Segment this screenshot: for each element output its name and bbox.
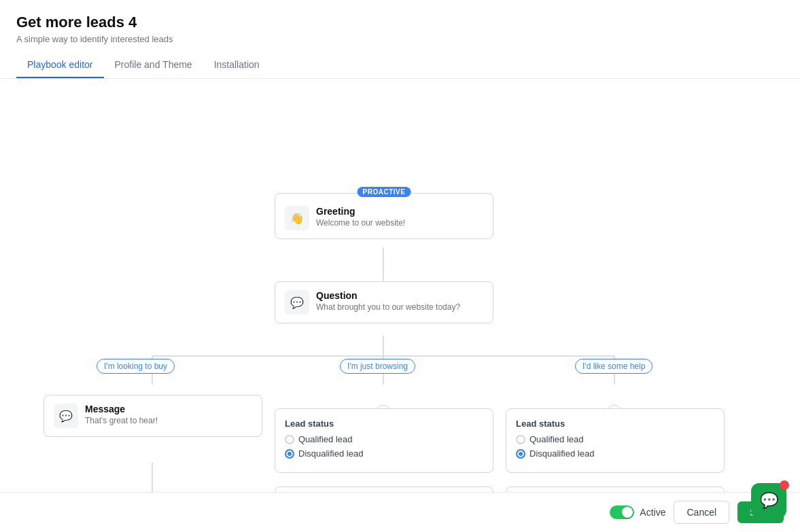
active-toggle: Active — [610, 506, 665, 519]
page-title: Get more leads 4 — [16, 14, 784, 31]
active-toggle-switch[interactable] — [610, 506, 634, 519]
right-qualified-label: Qualified lead — [529, 434, 584, 444]
proactive-badge: PROACTIVE — [358, 187, 411, 197]
greeting-subtitle: Welcome to our website! — [316, 218, 405, 228]
tab-installation[interactable]: Installation — [203, 52, 271, 78]
center-qualified-label: Qualified lead — [298, 434, 353, 444]
right-disqualified-option[interactable]: Disqualified lead — [516, 448, 714, 459]
center-lead-status: Lead status Qualified lead Disqualified … — [275, 408, 493, 473]
flow-container: PROACTIVE 👋 Greeting Welcome to our webs… — [14, 92, 786, 492]
page-header: Get more leads 4 A simple way to identif… — [0, 0, 800, 79]
branch-browse[interactable]: I'm just browsing — [340, 359, 415, 374]
greeting-icon: 👋 — [285, 206, 309, 230]
center-disqualified-label: Disqualified lead — [298, 448, 363, 459]
tab-profile-theme[interactable]: Profile and Theme — [104, 52, 203, 78]
center-lead-status-title: Lead status — [285, 419, 483, 429]
branch-buy[interactable]: I'm looking to buy — [97, 359, 175, 374]
center-qualified-option[interactable]: Qualified lead — [285, 434, 483, 444]
flow-canvas: PROACTIVE 👋 Greeting Welcome to our webs… — [0, 79, 800, 492]
chat-badge — [780, 480, 789, 490]
center-qualified-radio[interactable] — [285, 435, 294, 444]
right-disqualified-radio[interactable] — [516, 449, 525, 459]
footer: Active Cancel Save — [0, 492, 800, 532]
right-qualified-option[interactable]: Qualified lead — [516, 434, 714, 444]
cancel-button[interactable]: Cancel — [674, 501, 729, 524]
tab-playbook-editor[interactable]: Playbook editor — [16, 52, 104, 78]
message-icon: 💬 — [54, 404, 78, 428]
toggle-knob — [622, 507, 633, 518]
message-content: Message That's great to hear! — [85, 404, 158, 425]
chat-widget-icon: 💬 — [760, 492, 778, 510]
branch-help[interactable]: I'd like some help — [575, 359, 653, 374]
center-disqualified-radio[interactable] — [285, 449, 294, 459]
question-icon: 💬 — [285, 290, 309, 315]
message-title: Message — [85, 404, 158, 414]
right-lead-status: Lead status Qualified lead Disqualified … — [506, 408, 725, 473]
question-title: Question — [316, 290, 460, 301]
right-qualified-radio[interactable] — [516, 435, 525, 444]
chat-widget[interactable]: 💬 — [751, 483, 786, 518]
page-subtitle: A simple way to identify interested lead… — [16, 34, 784, 44]
active-label: Active — [640, 507, 665, 518]
greeting-node: PROACTIVE 👋 Greeting Welcome to our webs… — [275, 193, 493, 239]
right-closing-card: 👋 Closing message ✏ Thanks for reaching … — [506, 486, 725, 492]
tab-bar: Playbook editor Profile and Theme Instal… — [16, 52, 784, 78]
greeting-content: Greeting Welcome to our website! — [316, 206, 405, 228]
right-disqualified-label: Disqualified lead — [529, 448, 594, 459]
center-closing-card: 👋 Closing message ✏ Cool, I'm here if yo… — [275, 486, 493, 492]
question-subtitle: What brought you to our website today? — [316, 302, 460, 312]
greeting-title: Greeting — [316, 206, 405, 217]
question-content: Question What brought you to our website… — [316, 290, 460, 312]
right-lead-status-title: Lead status — [516, 419, 714, 429]
message-subtitle: That's great to hear! — [85, 416, 158, 425]
center-disqualified-option[interactable]: Disqualified lead — [285, 448, 483, 459]
